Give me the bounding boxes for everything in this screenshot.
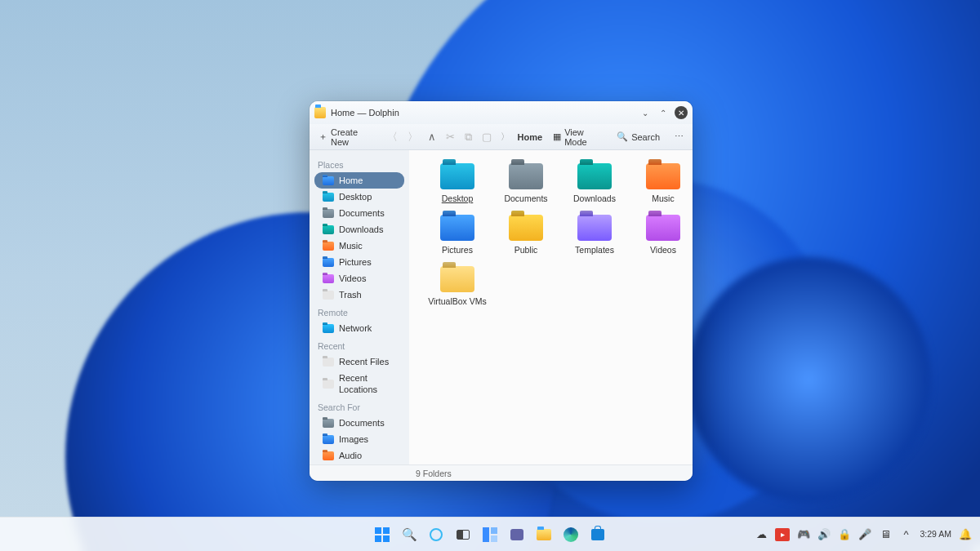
file-item-3[interactable]: Music	[631, 163, 693, 203]
folder-icon	[440, 266, 474, 292]
folder-icon	[323, 225, 334, 234]
folder-icon	[323, 435, 334, 444]
folder-icon	[323, 242, 334, 251]
sidebar-item-search-0[interactable]: Documents	[314, 415, 404, 431]
sidebar-head-search: Search For	[310, 398, 409, 415]
sidebar-item-places-4[interactable]: Music	[314, 238, 404, 254]
folder-icon	[646, 163, 680, 189]
svg-rect-3	[383, 535, 390, 542]
file-item-0[interactable]: Desktop	[425, 163, 489, 203]
file-view[interactable]: DesktopDocumentsDownloadsMusicPicturesPu…	[409, 150, 693, 464]
sidebar-item-places-5[interactable]: Pictures	[314, 254, 404, 270]
file-label: Music	[652, 193, 674, 203]
file-item-5[interactable]: Public	[494, 215, 558, 255]
breadcrumb[interactable]: Home	[518, 132, 543, 142]
tray-onedrive-icon[interactable]: ☁	[755, 528, 768, 541]
taskbar-widgets-icon[interactable]	[479, 524, 501, 545]
svg-rect-6	[491, 535, 497, 542]
create-new-button[interactable]: ＋ Create New	[316, 126, 378, 149]
folder-icon	[577, 163, 612, 189]
sidebar-item-label: Downloads	[339, 224, 383, 235]
toolbar: ＋ Create New 〈 〉 ∧ ✂ ⧉ ▢ 〉 Home ▦ View M…	[310, 124, 693, 150]
close-button[interactable]: ✕	[675, 106, 688, 119]
sidebar-item-label: Videos	[339, 273, 366, 284]
sidebar-item-search-3[interactable]: Videos	[314, 464, 404, 464]
file-item-7[interactable]: Videos	[631, 215, 693, 255]
file-label: Desktop	[442, 193, 474, 203]
file-label: Videos	[650, 245, 676, 255]
titlebar[interactable]: Home — Dolphin ⌄ ⌃ ✕	[310, 101, 693, 124]
status-text: 9 Folders	[416, 469, 452, 478]
tray-notifications-icon[interactable]: 🔔	[959, 528, 972, 541]
sidebar-item-places-6[interactable]: Videos	[314, 270, 404, 287]
tray-chevron-icon[interactable]: ^	[899, 528, 912, 541]
paste-icon[interactable]: ▢	[481, 131, 492, 143]
menu-button[interactable]: ⋯	[672, 130, 686, 144]
folder-icon	[323, 451, 334, 460]
taskbar-store-icon[interactable]	[587, 524, 608, 545]
taskbar-taskview-icon[interactable]	[452, 524, 474, 545]
sidebar-item-label: Documents	[339, 417, 385, 429]
sidebar-item-label: Pictures	[339, 256, 372, 268]
view-mode-button[interactable]: ▦ View Mode	[550, 126, 604, 149]
taskbar-cortana-icon[interactable]	[425, 524, 447, 545]
window-title: Home — Dolphin	[331, 108, 399, 118]
folder-icon	[323, 380, 334, 389]
sidebar-item-search-1[interactable]: Images	[314, 431, 404, 447]
taskbar-chat-icon[interactable]	[506, 524, 528, 545]
sidebar-item-recent-1[interactable]: Recent Locations	[314, 370, 404, 398]
cut-icon[interactable]: ✂	[445, 131, 456, 143]
tray-clock[interactable]: 3:29 AM	[920, 530, 951, 540]
sidebar-item-places-2[interactable]: Documents	[314, 205, 404, 221]
up-button[interactable]: ∧	[427, 131, 437, 143]
view-mode-label: View Mode	[564, 127, 602, 147]
system-tray: ☁ ▸ 🎮 🔊 🔒 🎤 🖥 ^ 3:29 AM 🔔	[755, 528, 972, 541]
tray-lock-icon[interactable]: 🔒	[838, 528, 851, 541]
search-button[interactable]: 🔍 Search	[614, 130, 662, 144]
search-label: Search	[631, 132, 660, 142]
sidebar-item-label: Recent Files	[339, 356, 389, 367]
sidebar-item-label: Trash	[339, 289, 362, 300]
folder-icon	[323, 419, 334, 428]
maximize-button[interactable]: ⌃	[657, 106, 670, 119]
folder-icon	[323, 209, 334, 218]
folder-icon	[509, 163, 543, 189]
file-item-1[interactable]: Documents	[494, 163, 558, 203]
tray-mic-icon[interactable]: 🎤	[858, 528, 871, 541]
sidebar-item-remote-0[interactable]: Network	[314, 320, 404, 336]
tray-gamepad-icon[interactable]: 🎮	[797, 528, 810, 541]
file-item-2[interactable]: Downloads	[563, 163, 626, 203]
tray-display-icon[interactable]: 🖥	[879, 528, 892, 541]
folder-icon	[323, 193, 334, 202]
folder-icon	[314, 107, 326, 118]
folder-icon	[577, 215, 612, 241]
sidebar-item-places-0[interactable]: Home	[314, 172, 404, 189]
file-item-6[interactable]: Templates	[563, 215, 626, 255]
file-label: Documents	[504, 193, 547, 203]
sidebar-item-recent-0[interactable]: Recent Files	[314, 353, 404, 370]
svg-rect-4	[483, 527, 489, 542]
copy-icon[interactable]: ⧉	[464, 131, 473, 144]
file-item-4[interactable]: Pictures	[425, 215, 489, 255]
tray-volume-icon[interactable]: 🔊	[817, 528, 831, 541]
start-button[interactable]	[372, 524, 393, 545]
breadcrumb-home: Home	[518, 132, 543, 142]
taskbar-search-icon[interactable]: 🔍	[399, 524, 420, 545]
sidebar-item-search-2[interactable]: Audio	[314, 447, 404, 464]
back-button[interactable]: 〈	[386, 130, 399, 144]
forward-button[interactable]: 〉	[407, 130, 419, 144]
sidebar-item-places-1[interactable]: Desktop	[314, 189, 404, 205]
file-item-8[interactable]: VirtualBox VMs	[425, 266, 489, 306]
taskbar-edge-icon[interactable]	[560, 524, 581, 545]
sidebar-item-label: Audio	[339, 450, 362, 461]
tray-app-icon[interactable]: ▸	[775, 528, 790, 541]
taskbar-explorer-icon[interactable]	[533, 524, 555, 545]
sidebar-item-label: Recent Locations	[339, 372, 396, 395]
sidebar-head-recent: Recent	[310, 336, 409, 353]
folder-icon	[646, 215, 680, 241]
folder-icon	[323, 324, 334, 333]
sidebar-item-places-3[interactable]: Downloads	[314, 221, 404, 238]
minimize-button[interactable]: ⌄	[639, 106, 652, 119]
file-label: Pictures	[442, 245, 473, 255]
sidebar-item-places-7[interactable]: Trash	[314, 287, 404, 303]
